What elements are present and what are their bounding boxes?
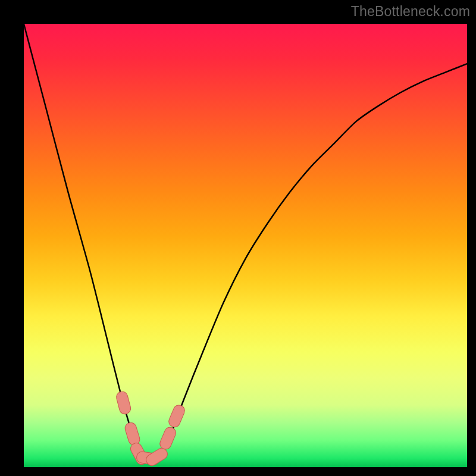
bottleneck-curve [24,24,467,458]
curve-markers [115,390,187,468]
curve-marker [124,421,141,446]
curve-marker [167,403,186,428]
curve-marker [158,425,177,450]
chart-overlay [24,24,467,467]
watermark-text: TheBottleneck.com [351,4,470,20]
chart-frame: TheBottleneck.com [0,0,476,476]
curve-marker [115,390,132,415]
